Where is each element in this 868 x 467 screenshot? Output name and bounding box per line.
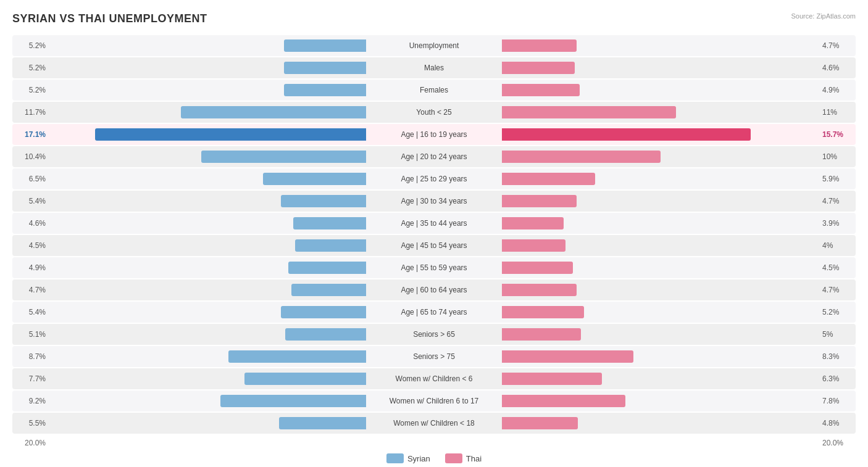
row-label: Women w/ Children < 18	[366, 419, 502, 428]
thai-bar	[502, 173, 595, 185]
chart-body: 5.2% Unemployment 4.7% 5.2% Males	[12, 35, 856, 434]
syrian-value: 5.2%	[17, 64, 49, 72]
row-label: Age | 60 to 64 years	[366, 286, 502, 294]
x-axis: 20.0% 20.0%	[12, 439, 856, 447]
left-bar-wrap	[49, 151, 366, 163]
syrian-value: 5.2%	[17, 41, 49, 50]
bar-row: 4.9% Age | 55 to 59 years 4.5%	[12, 257, 856, 278]
row-label: Age | 16 to 19 years	[366, 130, 502, 139]
syrian-bar	[181, 106, 366, 118]
thai-bar	[502, 106, 676, 118]
syrian-bar	[293, 217, 366, 229]
syrian-bar	[281, 195, 367, 207]
left-bar-wrap	[49, 239, 366, 252]
syrian-bar	[288, 262, 366, 274]
thai-value: 8.3%	[819, 352, 851, 361]
row-label: Women w/ Children 6 to 17	[366, 397, 502, 405]
chart-source: Source: ZipAtlas.com	[791, 12, 856, 20]
syrian-value: 6.5%	[17, 175, 49, 183]
syrian-value: 4.6%	[17, 219, 49, 228]
syrian-swatch	[386, 453, 404, 463]
thai-value: 11%	[819, 108, 851, 117]
thai-swatch	[445, 453, 462, 463]
row-label: Seniors > 65	[366, 330, 502, 339]
syrian-bar	[285, 328, 366, 341]
thai-value: 15.7%	[819, 130, 851, 139]
syrian-bar	[220, 395, 366, 407]
syrian-bar	[263, 173, 366, 185]
left-bar-wrap	[49, 350, 366, 363]
left-bar-wrap	[49, 217, 366, 229]
thai-bar	[502, 128, 751, 141]
syrian-value: 11.7%	[17, 108, 49, 117]
thai-bar	[502, 350, 633, 363]
left-bar-wrap	[49, 173, 366, 185]
syrian-value: 5.4%	[17, 308, 49, 316]
syrian-bar	[279, 417, 366, 429]
right-bar-wrap	[502, 39, 819, 52]
syrian-bar	[281, 306, 367, 318]
right-bar-wrap	[502, 395, 819, 407]
thai-value: 4.8%	[819, 419, 851, 428]
syrian-value: 5.4%	[17, 197, 49, 205]
syrian-value: 17.1%	[17, 130, 49, 139]
syrian-value: 4.9%	[17, 263, 49, 272]
right-bar-wrap	[502, 62, 819, 74]
right-bar-wrap	[502, 106, 819, 118]
thai-bar	[502, 395, 625, 407]
bar-row: 10.4% Age | 20 to 24 years 10%	[12, 146, 856, 167]
x-axis-right-label: 20.0%	[819, 439, 851, 447]
left-bar-wrap	[49, 395, 366, 407]
left-bar-wrap	[49, 373, 366, 385]
right-bar-wrap	[502, 239, 819, 252]
bar-row: 5.5% Women w/ Children < 18 4.8%	[12, 413, 856, 434]
thai-value: 5.2%	[819, 308, 851, 316]
thai-bar	[502, 262, 573, 274]
syrian-value: 9.2%	[17, 397, 49, 405]
left-bar-wrap	[49, 106, 366, 118]
bar-row: 5.4% Age | 30 to 34 years 4.7%	[12, 191, 856, 212]
thai-bar	[502, 39, 577, 52]
row-label: Youth < 25	[366, 108, 502, 117]
row-label: Women w/ Children < 6	[366, 374, 502, 383]
left-bar-wrap	[49, 284, 366, 296]
row-label: Females	[366, 86, 502, 94]
thai-bar	[502, 417, 578, 429]
thai-bar	[502, 195, 577, 207]
thai-value: 4.7%	[819, 197, 851, 205]
chart-header: SYRIAN VS THAI UNEMPLOYMENT Source: ZipA…	[12, 12, 856, 25]
thai-bar	[502, 284, 577, 296]
left-bar-wrap	[49, 39, 366, 52]
syrian-value: 4.7%	[17, 286, 49, 294]
thai-value: 3.9%	[819, 219, 851, 228]
bar-row: 5.4% Age | 65 to 74 years 5.2%	[12, 302, 856, 323]
thai-value: 4.7%	[819, 41, 851, 50]
chart-container: SYRIAN VS THAI UNEMPLOYMENT Source: ZipA…	[12, 12, 856, 463]
left-bar-wrap	[49, 306, 366, 318]
row-label: Age | 55 to 59 years	[366, 263, 502, 272]
right-bar-wrap	[502, 350, 819, 363]
right-bar-wrap	[502, 328, 819, 341]
syrian-value: 10.4%	[17, 152, 49, 161]
thai-value: 5%	[819, 330, 851, 339]
syrian-bar	[284, 39, 366, 52]
syrian-value: 5.5%	[17, 419, 49, 428]
row-label: Unemployment	[366, 41, 502, 50]
syrian-bar	[95, 128, 366, 141]
right-bar-wrap	[502, 262, 819, 274]
right-bar-wrap	[502, 306, 819, 318]
syrian-value: 8.7%	[17, 352, 49, 361]
bar-row: 7.7% Women w/ Children < 6 6.3%	[12, 368, 856, 389]
syrian-value: 4.5%	[17, 241, 49, 250]
right-bar-wrap	[502, 417, 819, 429]
row-label: Age | 25 to 29 years	[366, 175, 502, 183]
bar-row: 4.7% Age | 60 to 64 years 4.7%	[12, 279, 856, 300]
syrian-bar	[244, 373, 367, 385]
right-bar-wrap	[502, 373, 819, 385]
thai-bar	[502, 328, 581, 341]
row-label: Age | 30 to 34 years	[366, 197, 502, 205]
thai-value: 4%	[819, 241, 851, 250]
bar-row: 17.1% Age | 16 to 19 years 15.7%	[12, 124, 856, 145]
bar-row: 4.5% Age | 45 to 54 years 4%	[12, 235, 856, 256]
row-label: Age | 65 to 74 years	[366, 308, 502, 316]
